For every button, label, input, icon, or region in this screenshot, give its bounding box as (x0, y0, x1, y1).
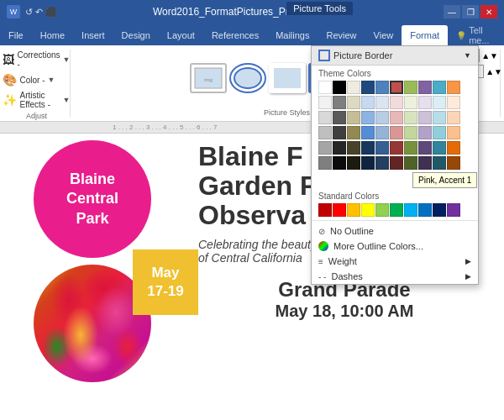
dashes-item[interactable]: - - Dashes ▶ (312, 269, 478, 284)
shade-color-4-3[interactable] (361, 141, 375, 155)
weight-item[interactable]: ≡ Weight ▶ (312, 254, 478, 269)
shade-color-4-7[interactable] (418, 141, 432, 155)
std-color-3[interactable] (361, 203, 375, 217)
shade-color-2-4[interactable] (375, 111, 389, 124)
tab-references[interactable]: References (203, 25, 267, 45)
shade-color-5-7[interactable] (418, 156, 432, 170)
std-color-2[interactable] (347, 203, 360, 217)
theme-color-0[interactable] (318, 81, 332, 94)
shade-color-5-1[interactable] (333, 156, 346, 170)
theme-color-2[interactable] (347, 81, 360, 94)
tab-home[interactable]: Home (32, 25, 73, 45)
shade-color-1-2[interactable] (347, 96, 360, 109)
shade-color-3-9[interactable] (447, 126, 460, 139)
theme-color-9[interactable] (447, 81, 460, 94)
shade-color-4-8[interactable] (433, 141, 446, 155)
shade-color-4-5[interactable] (390, 141, 403, 155)
std-color-7[interactable] (418, 203, 432, 217)
shade-color-4-4[interactable] (375, 141, 389, 155)
shade-color-5-3[interactable] (361, 156, 375, 170)
shade-color-1-4[interactable] (375, 96, 389, 109)
shade-color-4-2[interactable] (347, 141, 360, 155)
shade-color-1-7[interactable] (418, 96, 432, 109)
shade-color-5-9[interactable] (447, 156, 460, 170)
theme-color-6[interactable] (404, 81, 417, 94)
close-button[interactable]: ✕ (480, 5, 497, 18)
shade-color-3-7[interactable] (418, 126, 432, 139)
tab-mailings[interactable]: Mailings (267, 25, 318, 45)
shade-color-4-1[interactable] (333, 141, 346, 155)
tab-format[interactable]: Format (402, 25, 448, 45)
shade-color-1-9[interactable] (447, 96, 460, 109)
pink-circle[interactable]: BlaineCentralPark (34, 140, 151, 258)
std-color-8[interactable] (433, 203, 446, 217)
shade-color-5-0[interactable] (318, 156, 332, 170)
std-color-1[interactable] (333, 203, 346, 217)
color-button[interactable]: 🎨 Color - ▼ (1, 72, 56, 87)
shade-color-1-1[interactable] (333, 96, 346, 109)
shade-color-2-5[interactable] (390, 111, 403, 124)
theme-color-1[interactable] (333, 81, 346, 94)
shade-color-1-5[interactable] (390, 96, 403, 109)
shade-color-5-8[interactable] (433, 156, 446, 170)
minimize-button[interactable]: — (444, 5, 460, 18)
shade-color-5-5[interactable] (390, 156, 403, 170)
more-colors-item[interactable]: More Outline Colors... (312, 239, 478, 254)
shade-color-5-4[interactable] (375, 156, 389, 170)
std-color-9[interactable] (447, 203, 460, 217)
shade-color-3-1[interactable] (333, 126, 346, 139)
shade-color-1-6[interactable] (404, 96, 417, 109)
yellow-box[interactable]: May17-19 (133, 249, 198, 315)
tab-design[interactable]: Design (113, 25, 159, 45)
user-name[interactable]: Julia Fillory (498, 25, 504, 45)
corrections-button[interactable]: 🖼 Corrections - ▼ (1, 50, 71, 70)
shade-color-4-6[interactable] (404, 141, 417, 155)
tab-insert[interactable]: Insert (73, 25, 113, 45)
shade-row-4[interactable] (312, 140, 478, 155)
tab-layout[interactable]: Layout (159, 25, 203, 45)
style-thumb-1[interactable]: img (190, 63, 227, 93)
std-color-4[interactable] (375, 203, 389, 217)
tab-view[interactable]: View (365, 25, 402, 45)
standard-colors-row[interactable] (312, 202, 478, 218)
std-color-6[interactable] (404, 203, 417, 217)
theme-color-4[interactable] (375, 81, 389, 94)
shade-color-3-0[interactable] (318, 126, 332, 139)
theme-colors-row1[interactable] (312, 80, 478, 95)
shade-color-4-0[interactable] (318, 141, 332, 155)
theme-color-3[interactable] (361, 81, 375, 94)
shade-color-3-2[interactable] (347, 126, 360, 139)
shade-color-2-0[interactable] (318, 111, 332, 124)
style-thumb-2[interactable] (229, 63, 266, 93)
shade-color-5-6[interactable] (404, 156, 417, 170)
title-controls[interactable]: — ❐ ✕ (444, 5, 497, 18)
shade-color-3-6[interactable] (404, 126, 417, 139)
shade-color-1-8[interactable] (433, 96, 446, 109)
tab-tell-me[interactable]: 💡 Tell me... (448, 25, 498, 45)
shade-color-2-9[interactable] (447, 111, 460, 124)
shade-color-2-1[interactable] (333, 111, 346, 124)
shade-row-1[interactable] (312, 95, 478, 110)
tab-file[interactable]: File (0, 25, 32, 45)
no-outline-item[interactable]: ⊘ No Outline (312, 223, 478, 239)
shade-color-2-2[interactable] (347, 111, 360, 124)
style-thumb-3[interactable] (269, 63, 306, 93)
shade-color-1-3[interactable] (361, 96, 375, 109)
shade-row-3[interactable] (312, 125, 478, 140)
shade-color-1-0[interactable] (318, 96, 332, 109)
artistic-effects-button[interactable]: ✨ Artistic Effects - ▼ (1, 90, 71, 110)
shade-color-2-8[interactable] (433, 111, 446, 124)
shade-color-2-6[interactable] (404, 111, 417, 124)
theme-color-7[interactable] (418, 81, 432, 94)
shade-row-2[interactable] (312, 110, 478, 125)
restore-button[interactable]: ❐ (462, 5, 479, 18)
theme-color-8[interactable] (433, 81, 446, 94)
shade-color-2-7[interactable] (418, 111, 432, 124)
shade-color-5-2[interactable] (347, 156, 360, 170)
shade-color-2-3[interactable] (361, 111, 375, 124)
shade-color-3-3[interactable] (361, 126, 375, 139)
shade-color-3-5[interactable] (390, 126, 403, 139)
shade-row-5[interactable] (312, 155, 478, 171)
shade-color-4-9[interactable] (447, 141, 460, 155)
std-color-0[interactable] (318, 203, 332, 217)
